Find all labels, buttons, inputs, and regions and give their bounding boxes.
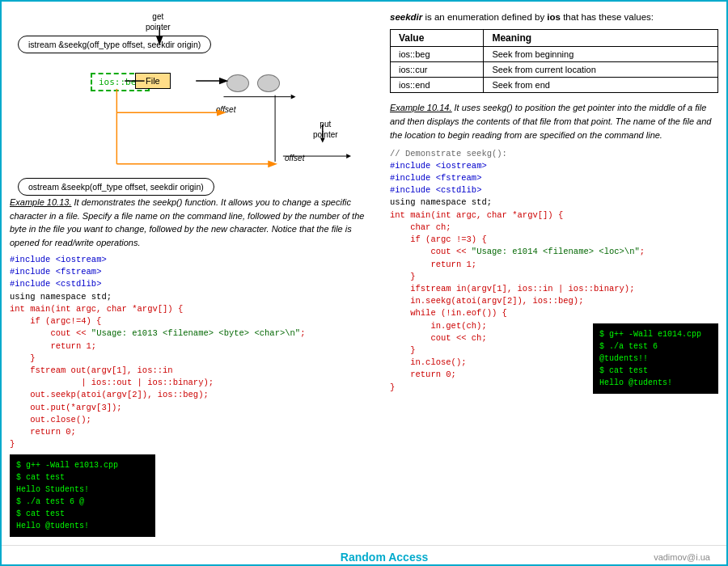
content-area: getpointer istream &seekg(off_type offse… [2, 2, 726, 545]
offset-label-1: offset [216, 105, 235, 114]
istream-func-box: istream &seekg(off_type offset, seekdir … [18, 36, 211, 53]
circle-right [257, 74, 280, 92]
diagram-area: getpointer istream &seekg(off_type offse… [10, 10, 382, 196]
value-beg: ios::beg [391, 47, 484, 62]
right-panel: seekdir is an enumeration defined by ios… [390, 10, 718, 537]
file-box: File [135, 73, 171, 89]
seekdir-section: seekdir is an enumeration defined by ios… [390, 10, 718, 93]
table-row: ios::beg Seek from beginning [391, 47, 718, 62]
meaning-cur: Seek from current location [484, 62, 718, 78]
value-cur: ios::cur [391, 62, 484, 78]
table-row: ios::end Seek from end [391, 78, 718, 93]
svg-marker-6 [291, 95, 296, 99]
footer-author: vadimov@i.ua [654, 552, 710, 562]
put-pointer-label: putpointer [313, 119, 338, 140]
ios-term: ios [547, 12, 561, 22]
table-row: ios::cur Seek from current location [391, 62, 718, 78]
seekdir-term: seekdir [390, 12, 422, 22]
example-13-description: Example 10.13. It demonstrates the seekp… [10, 196, 382, 249]
get-pointer-label: getpointer [146, 11, 171, 32]
example-14-description: Example 10.14. It uses seekg() to positi… [390, 101, 718, 142]
example-14-link: Example 10.14. [390, 103, 451, 112]
code-left-block: #include <iostream> #include <fstream> #… [10, 254, 382, 451]
meaning-beg: Seek from beginning [484, 47, 718, 62]
seekdir-title: seekdir is an enumeration defined by ios… [390, 10, 718, 24]
table-header-meaning: Meaning [484, 30, 718, 47]
main-container: getpointer istream &seekg(off_type offse… [2, 2, 726, 566]
terminal-left: $ g++ -Wall e1013.cpp $ cat test Hello S… [10, 454, 155, 537]
value-end: ios::end [391, 78, 484, 93]
circles [226, 74, 280, 92]
terminal-right: $ g++ -Wall e1014.cpp $ ./a test 6 @tude… [593, 323, 718, 394]
ostream-func-box: ostream &seekp(off_type offset, seekdir … [18, 178, 214, 196]
seekdir-table: Value Meaning ios::beg Seek from beginni… [390, 29, 718, 93]
example-13-link: Example 10.13. [10, 197, 71, 207]
code-right-block: // Demonstrate seekg(): #include <iostre… [390, 148, 718, 394]
footer-title: Random Access [115, 551, 654, 564]
meaning-end: Seek from end [484, 78, 718, 93]
left-panel: getpointer istream &seekg(off_type offse… [10, 10, 382, 537]
offset-label-2: offset [285, 154, 304, 163]
svg-marker-10 [346, 154, 351, 158]
footer-bar: Random Access vadimov@i.ua [2, 545, 726, 567]
table-header-value: Value [391, 30, 484, 47]
circle-left [226, 74, 249, 92]
